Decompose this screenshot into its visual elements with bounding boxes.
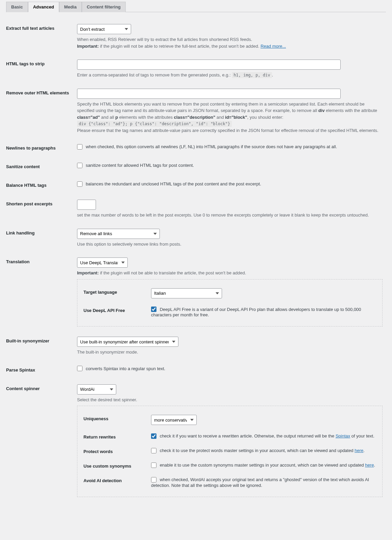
label-protect-words: Protect words: [83, 448, 151, 454]
label-return-rewrites: Return rewrites: [83, 433, 151, 440]
avoid-ai-text: when checked, WordAI accepts your origin…: [151, 477, 369, 488]
tab-advanced[interactable]: Advanced: [28, 2, 59, 12]
extract-readmore-link[interactable]: Read more...: [261, 44, 286, 49]
sanitize-text: sanitize content for allowed HTML tags f…: [86, 163, 194, 168]
protect-here-link[interactable]: here: [354, 448, 363, 453]
tabs-nav: Basic Advanced Media Content filtering: [6, 0, 386, 12]
spintax-link[interactable]: Spintax: [336, 433, 350, 438]
newlines-text: when checked, this option converts all n…: [86, 144, 337, 149]
strip-input[interactable]: [77, 60, 341, 70]
spinner-select[interactable]: WordAi: [77, 384, 116, 395]
sanitize-checkbox[interactable]: [77, 163, 82, 168]
label-target-lang: Target language: [83, 288, 151, 295]
target-lang-select[interactable]: Italian: [151, 288, 222, 298]
avoid-ai-checkbox[interactable]: [151, 477, 156, 482]
return-rewrites-checkbox[interactable]: [151, 433, 156, 439]
newlines-checkbox[interactable]: [77, 144, 82, 150]
remove-outer-input[interactable]: [77, 89, 341, 99]
spinner-desc: Select the desired text spinner.: [77, 397, 383, 403]
balance-checkbox[interactable]: [77, 181, 82, 187]
synonymizer-desc: The built-in synonymizer mode.: [77, 349, 383, 356]
spintax-checkbox[interactable]: [77, 366, 82, 371]
spinner-subbox: Uniqueness more conservative Return rewr…: [77, 406, 383, 497]
label-link-handling: Link handling: [6, 224, 74, 253]
label-spinner: Content spinner: [6, 379, 74, 502]
balance-text: balances the redundant and unclosed HTML…: [86, 181, 261, 186]
translation-subbox: Target language Italian Use DeepL API Fr…: [77, 279, 383, 327]
extract-select[interactable]: Don't extract: [77, 24, 131, 34]
label-balance: Balance HTML tags: [6, 176, 74, 195]
label-sanitize: Sanitize content: [6, 157, 74, 176]
label-spintax: Parse Spintax: [6, 361, 74, 379]
label-translation: Translation: [6, 252, 74, 332]
translation-desc: Important: if the plugin will not be abl…: [77, 270, 383, 276]
link-handling-desc: Use this option to selectively remove li…: [77, 241, 383, 248]
deepl-free-checkbox[interactable]: [151, 307, 156, 312]
label-newlines: Newlines to paragraphs: [6, 139, 74, 157]
label-deepl-free: Use DeepL API Free: [83, 307, 151, 313]
custom-synonyms-checkbox[interactable]: [151, 463, 156, 468]
tab-basic[interactable]: Basic: [6, 2, 28, 12]
translation-select[interactable]: Use DeepL Translate: [77, 257, 128, 268]
remove-outer-desc: Specify the HTML block elements you want…: [77, 101, 383, 134]
custom-here-link[interactable]: here: [365, 463, 374, 468]
label-avoid-ai: Avoid AI detection: [83, 477, 151, 483]
protect-words-checkbox[interactable]: [151, 448, 156, 453]
tab-content-filtering[interactable]: Content filtering: [82, 2, 126, 12]
label-uniqueness: Uniqueness: [83, 415, 151, 421]
link-handling-select[interactable]: Remove all links: [77, 229, 160, 239]
shorten-desc: set the max number of words to be left i…: [77, 212, 383, 219]
label-synonymizer: Built-in synonymizer: [6, 332, 74, 361]
spintax-text: converts Spintax into a regular spun tex…: [86, 366, 166, 371]
label-strip: HTML tags to strip: [6, 54, 74, 84]
tab-media[interactable]: Media: [59, 2, 82, 12]
label-custom-synonyms: Use custom synonyms: [83, 462, 151, 469]
label-extract: Extract full text articles: [6, 19, 74, 54]
deepl-free-text: DeepL API Free is a variant of our DeepL…: [151, 307, 361, 318]
label-shorten: Shorten post excerpts: [6, 195, 74, 224]
shorten-input[interactable]: [77, 200, 96, 210]
synonymizer-select[interactable]: Use built-in synonymizer after content s…: [77, 337, 178, 347]
label-remove-outer: Remove outer HTML elements: [6, 84, 74, 139]
strip-desc: Enter a comma-separated list of tags to …: [77, 72, 383, 78]
settings-form: Extract full text articles Don't extract…: [6, 19, 386, 502]
uniqueness-select[interactable]: more conservative: [151, 415, 197, 425]
extract-desc: When enabled, RSS Retriever will try to …: [77, 36, 383, 49]
